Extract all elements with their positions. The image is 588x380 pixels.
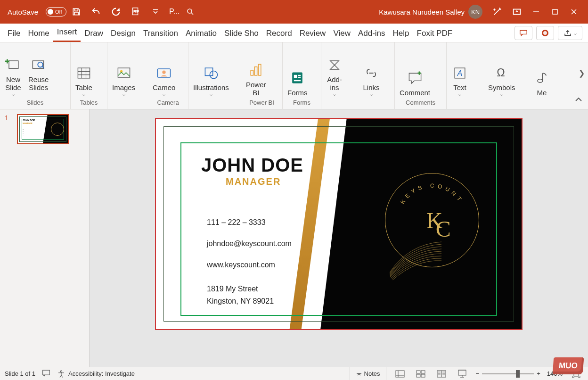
svg-text:KEYS COUNT: KEYS COUNT <box>399 182 465 205</box>
tab-draw[interactable]: Draw <box>81 24 107 42</box>
logo-initials: K <box>426 207 438 233</box>
slideshow-view-icon[interactable] <box>455 369 469 379</box>
card-web: www.keyscount.com <box>207 255 292 276</box>
user-name-label[interactable]: Kawusara Nurudeen Salley <box>379 8 465 16</box>
notes-toggle[interactable]: Notes <box>350 367 386 380</box>
status-bar: Slide 1 of 1 Accessibility: Investigate … <box>0 367 588 380</box>
text-button[interactable]: A Text⌵ <box>449 62 471 98</box>
tab-foxit[interactable]: Foxit PDF <box>413 24 457 42</box>
tab-review[interactable]: Review <box>296 24 330 42</box>
autosave-toggle[interactable]: Off <box>46 7 66 17</box>
normal-view-icon[interactable] <box>393 369 407 379</box>
autosave-off-text: Off <box>55 9 62 15</box>
symbols-button[interactable]: Ω Symbols⌵ <box>485 62 518 98</box>
export-pdf-icon[interactable]: PDF <box>129 5 143 19</box>
group-powerbi: Power BI <box>243 98 280 108</box>
svg-text:PDF: PDF <box>133 10 139 13</box>
svg-rect-19 <box>294 75 297 78</box>
card-name[interactable]: JOHN DOE <box>201 155 303 176</box>
card-role[interactable]: MANAGER <box>226 176 281 187</box>
forms-button[interactable]: Forms <box>285 67 310 98</box>
links-button[interactable]: Links⌵ <box>360 62 383 98</box>
tab-animation[interactable]: Animatio <box>182 24 220 42</box>
images-button[interactable]: Images⌵ <box>109 62 138 98</box>
svg-rect-21 <box>298 77 301 78</box>
svg-point-2 <box>188 9 192 13</box>
quickaccess-dropdown-icon[interactable] <box>148 5 163 19</box>
svg-rect-15 <box>251 70 253 75</box>
power-bi-button[interactable]: Power BI <box>243 59 269 98</box>
cameo-button[interactable]: Cameo⌵ <box>150 62 178 98</box>
svg-rect-29 <box>396 371 404 377</box>
card-phone: 111 – 222 – 3333 <box>207 212 292 233</box>
slide-thumbnail-1[interactable]: JOHN DOE MANAGER ———— <box>17 114 69 144</box>
maximize-button[interactable] <box>546 2 564 21</box>
logo-swirl-icon <box>390 240 446 282</box>
svg-point-28 <box>60 371 62 372</box>
svg-rect-30 <box>416 371 420 373</box>
new-slide-button[interactable]: New Slide⌵ <box>2 54 24 98</box>
zoom-out-icon[interactable]: − <box>476 370 480 377</box>
tab-addins[interactable]: Add-ins <box>354 24 389 42</box>
svg-rect-16 <box>255 66 257 75</box>
slide-canvas[interactable]: JOHN DOE MANAGER 111 – 222 – 3333 johndo… <box>90 109 588 367</box>
svg-text:Ω: Ω <box>497 66 505 79</box>
ribbon: New Slide⌵ Reuse Slides Slides Table⌵ Ta… <box>0 42 588 109</box>
tab-transition[interactable]: Transition <box>139 24 182 42</box>
tab-help[interactable]: Help <box>389 24 413 42</box>
magic-icon[interactable] <box>490 5 504 19</box>
avatar[interactable]: KN <box>468 5 482 19</box>
ribbon-scroll-right-icon[interactable]: ❯ <box>577 66 586 80</box>
save-icon[interactable] <box>69 5 83 19</box>
table-button[interactable]: Table⌵ <box>73 62 95 98</box>
media-button[interactable]: Me <box>531 67 553 98</box>
tab-record[interactable]: Record <box>262 24 296 42</box>
undo-icon[interactable] <box>89 5 103 19</box>
comments-pane-toggle[interactable] <box>514 26 532 40</box>
svg-rect-22 <box>294 80 301 81</box>
redo-icon[interactable] <box>109 5 123 19</box>
add-ins-button[interactable]: Add- ins⌵ <box>323 54 346 98</box>
slide-sorter-icon[interactable] <box>414 369 428 379</box>
share-button[interactable]: ⌵ <box>558 26 582 40</box>
thumbnail-pane[interactable]: 1 JOHN DOE MANAGER ———— <box>0 109 90 367</box>
tab-view[interactable]: View <box>329 24 354 42</box>
tab-file[interactable]: File <box>4 24 24 42</box>
language-icon[interactable] <box>42 369 50 378</box>
search-icon[interactable] <box>184 6 196 18</box>
tab-slideshow[interactable]: Slide Sho <box>220 24 262 42</box>
minimize-button[interactable] <box>527 2 546 21</box>
svg-rect-33 <box>421 374 425 377</box>
tab-design[interactable]: Design <box>107 24 139 42</box>
card-address-1: 1819 My Street <box>207 283 292 295</box>
comment-button[interactable]: Comment <box>397 67 433 98</box>
svg-rect-3 <box>514 9 521 15</box>
collapse-ribbon-icon[interactable] <box>573 94 584 105</box>
card-info[interactable]: 111 – 222 – 3333 johndoe@keyscount.com w… <box>207 212 292 307</box>
svg-rect-35 <box>458 370 466 375</box>
reuse-slides-button[interactable]: Reuse Slides <box>25 54 51 98</box>
close-button[interactable] <box>564 2 583 21</box>
accessibility-button[interactable]: Accessibility: Investigate <box>57 370 135 378</box>
svg-rect-32 <box>416 374 420 377</box>
zoom-in-icon[interactable]: + <box>537 370 540 377</box>
card-address-2: Kingston, NY 89021 <box>207 295 292 307</box>
tab-insert[interactable]: Insert <box>53 23 81 42</box>
svg-rect-27 <box>43 370 50 375</box>
title-bar: AutoSave Off PDF P... Kawusara Nurudeen … <box>0 0 588 24</box>
slide-1[interactable]: JOHN DOE MANAGER 111 – 222 – 3333 johndo… <box>155 118 523 330</box>
window-mode-icon[interactable] <box>510 5 524 19</box>
document-title[interactable]: P... <box>169 8 180 16</box>
svg-rect-4 <box>553 9 557 14</box>
group-slides: Slides <box>2 98 68 108</box>
illustrations-button[interactable]: Illustrations⌵ <box>190 62 232 98</box>
svg-point-12 <box>163 70 166 74</box>
reading-view-icon[interactable] <box>434 369 449 379</box>
svg-rect-8 <box>78 68 90 78</box>
record-button[interactable] <box>536 26 554 40</box>
svg-rect-9 <box>118 68 130 77</box>
zoom-slider[interactable]: − + <box>476 370 540 377</box>
tab-home[interactable]: Home <box>24 24 53 42</box>
svg-rect-20 <box>298 75 301 76</box>
svg-rect-5 <box>9 61 18 68</box>
